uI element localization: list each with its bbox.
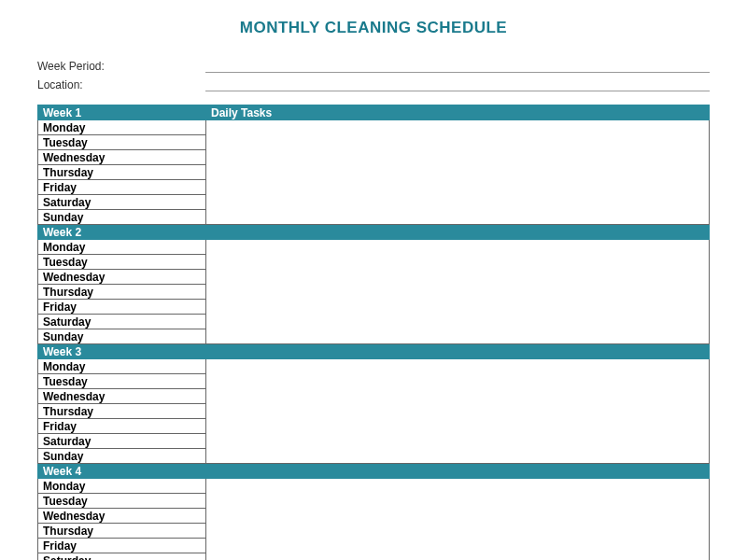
day-label: Saturday	[38, 553, 206, 561]
day-label: Saturday	[38, 195, 206, 210]
day-label: Wednesday	[38, 150, 206, 165]
day-label: Friday	[38, 419, 206, 434]
day-label: Friday	[38, 180, 206, 195]
week-label: Week 4	[38, 464, 206, 479]
location-row: Location:	[37, 78, 710, 91]
week-period-input-line[interactable]	[205, 60, 710, 73]
day-label: Monday	[38, 359, 206, 374]
day-row: Monday	[38, 240, 710, 255]
week-period-row: Week Period:	[37, 60, 710, 73]
week-header-row: Week 4	[38, 464, 710, 479]
day-label: Monday	[38, 240, 206, 255]
day-label: Tuesday	[38, 494, 206, 509]
page-title: MONTHLY CLEANING SCHEDULE	[37, 19, 710, 37]
day-label: Sunday	[38, 210, 206, 225]
week-header-row: Week 3	[38, 344, 710, 359]
day-label: Friday	[38, 300, 206, 315]
week-period-label: Week Period:	[37, 60, 205, 73]
day-row: Monday	[38, 479, 710, 494]
day-label: Wednesday	[38, 389, 206, 404]
week-label: Week 1	[38, 105, 206, 120]
day-label: Saturday	[38, 315, 206, 329]
location-input-line[interactable]	[205, 78, 710, 91]
day-label: Thursday	[38, 285, 206, 300]
task-cell[interactable]	[206, 240, 710, 344]
meta-block: Week Period: Location:	[37, 60, 710, 91]
daily-tasks-header	[206, 225, 710, 240]
location-label: Location:	[37, 78, 205, 91]
task-cell[interactable]	[206, 359, 710, 464]
day-label: Monday	[38, 479, 206, 494]
day-row: Monday	[38, 359, 710, 374]
day-label: Tuesday	[38, 135, 206, 150]
daily-tasks-header	[206, 464, 710, 479]
daily-tasks-header	[206, 344, 710, 359]
week-label: Week 3	[38, 344, 206, 359]
day-label: Thursday	[38, 404, 206, 419]
day-label: Sunday	[38, 329, 206, 344]
day-label: Tuesday	[38, 374, 206, 389]
task-cell[interactable]	[206, 479, 710, 561]
day-label: Wednesday	[38, 270, 206, 285]
day-label: Thursday	[38, 524, 206, 539]
week-header-row: Week 2	[38, 225, 710, 240]
task-cell[interactable]	[206, 120, 710, 225]
day-label: Saturday	[38, 434, 206, 449]
day-row: Monday	[38, 120, 710, 135]
day-label: Sunday	[38, 449, 206, 464]
schedule-table: Week 1Daily TasksMondayTuesdayWednesdayT…	[37, 105, 710, 560]
day-label: Monday	[38, 120, 206, 135]
week-header-row: Week 1Daily Tasks	[38, 105, 710, 120]
week-label: Week 2	[38, 225, 206, 240]
daily-tasks-header: Daily Tasks	[206, 105, 710, 120]
day-label: Tuesday	[38, 255, 206, 270]
day-label: Friday	[38, 539, 206, 553]
day-label: Wednesday	[38, 509, 206, 524]
day-label: Thursday	[38, 165, 206, 180]
